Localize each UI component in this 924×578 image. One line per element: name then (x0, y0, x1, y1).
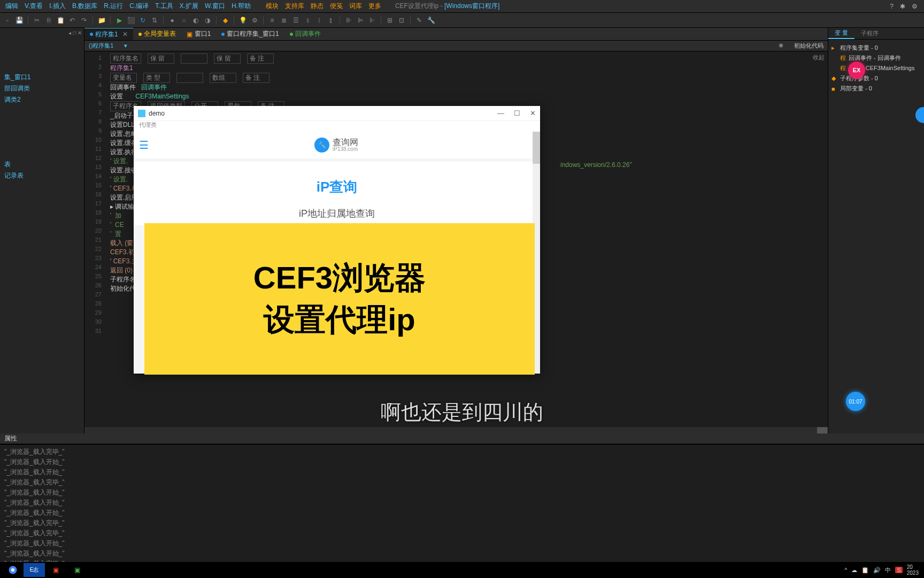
menu-database[interactable]: B.数据库 (69, 2, 101, 11)
align5-icon[interactable]: ⫶ (315, 16, 324, 25)
tab-window1[interactable]: ▣窗口1 (181, 28, 217, 40)
align4-icon[interactable]: ⫴ (303, 16, 312, 25)
wand-icon[interactable]: ✎ (415, 16, 424, 25)
restart-icon[interactable]: ↻ (138, 16, 147, 25)
tab-programset1[interactable]: 程序集1✕ (84, 28, 133, 40)
tab-subprograms[interactable]: 子程序 (854, 28, 885, 39)
tree-item[interactable]: 记录表 (2, 170, 82, 181)
tray-cloud-icon[interactable]: ☁ (851, 567, 857, 574)
align2-icon[interactable]: ≣ (280, 16, 288, 25)
compile-icon[interactable]: ◆ (221, 16, 229, 25)
right-panel: 变 量 子程序 ▸程序集变量 - 0程回调事件 - 回调事件程设置 - CEF3… (828, 28, 924, 434)
save-icon[interactable]: 💾 (15, 16, 24, 25)
menu-more[interactable]: 更多 (365, 2, 384, 11)
grid2-icon[interactable]: ⊡ (397, 16, 406, 25)
editor-tabs: 程序集1✕ 全局变量表 ▣窗口1 窗口程序集_窗口1 回调事件 (84, 28, 828, 41)
output-panel[interactable]: "_浏览器_载入完毕_""_浏览器_载入开始_""_浏览器_载入开始_""_浏览… (0, 444, 924, 562)
tree-item[interactable]: 部回调类 (2, 83, 82, 94)
taskbar-app4[interactable]: ▣ (66, 563, 88, 577)
bp3-icon[interactable]: ◐ (191, 16, 200, 25)
star-icon[interactable]: ✱ (779, 42, 783, 49)
menu-notes[interactable]: 便笺 (327, 2, 346, 11)
menu-tools[interactable]: T.工具 (152, 2, 176, 11)
settings-icon[interactable]: ⚙ (912, 3, 918, 10)
menu-window[interactable]: W.窗口 (202, 2, 228, 11)
undo-icon[interactable]: ↶ (68, 16, 76, 25)
tray-s-icon[interactable]: S (895, 567, 902, 573)
breakpoint-icon[interactable]: ● (168, 16, 176, 25)
menu-view[interactable]: V.查看 (21, 2, 46, 11)
menu-compile[interactable]: C.编译 (126, 2, 152, 11)
tree-item[interactable]: 程回调事件 - 回调事件 (831, 53, 921, 63)
menu-dict[interactable]: 词库 (346, 2, 365, 11)
align1-icon[interactable]: ≡ (268, 16, 276, 25)
align6-icon[interactable]: ⫿ (327, 16, 335, 25)
hamburger-icon[interactable]: ☰ (139, 139, 149, 151)
star-icon[interactable]: ✱ (900, 3, 905, 10)
taskbar-chrome[interactable] (2, 563, 24, 577)
tree-item[interactable]: 表 (2, 159, 82, 170)
demo-titlebar[interactable]: demo — ☐ ✕ (134, 106, 540, 121)
overlay-line2: 设置代理ip (264, 299, 415, 341)
tab-variables[interactable]: 变 量 (828, 28, 854, 39)
taskbar-app2[interactable]: E志 (24, 563, 45, 577)
align3-icon[interactable]: ☰ (291, 16, 300, 25)
tray-ime-icon[interactable]: 中 (885, 566, 891, 574)
breadcrumb-left[interactable]: ()程序集1 (89, 42, 113, 50)
redo-icon[interactable]: ↷ (80, 16, 88, 25)
site-logo[interactable]: 🔧 查询网 iP138.com (314, 138, 358, 153)
time-badge[interactable]: 01:07 (846, 392, 865, 411)
maximize-button[interactable]: ☐ (514, 109, 520, 117)
bp2-icon[interactable]: ○ (180, 16, 188, 25)
chevron-down-icon[interactable]: ▾ (124, 42, 127, 49)
taskbar-app3[interactable]: ▣ (45, 563, 66, 577)
run-icon[interactable]: ▶ (115, 16, 124, 25)
menu-static[interactable]: 静态 (307, 2, 327, 11)
properties-header[interactable]: 属性 (0, 434, 924, 444)
tray-clip-icon[interactable]: 📋 (861, 567, 869, 574)
menu-extend[interactable]: X.扩展 (176, 2, 202, 11)
help-icon[interactable]: ? (890, 3, 894, 10)
tree-item[interactable]: 集_窗口1 (2, 72, 82, 83)
menu-run[interactable]: R.运行 (101, 2, 126, 11)
dist1-icon[interactable]: ⊪ (344, 16, 353, 25)
tab-winprogset[interactable]: 窗口程序集_窗口1 (216, 28, 284, 40)
tab-globalvars[interactable]: 全局变量表 (133, 28, 181, 40)
minimize-button[interactable]: — (497, 109, 504, 117)
tab-callback[interactable]: 回调事件 (284, 28, 326, 40)
cut-icon[interactable]: ✂ (33, 16, 41, 25)
menu-support[interactable]: 支持库 (282, 2, 307, 11)
menu-edit[interactable]: 编辑 (2, 2, 21, 11)
dist3-icon[interactable]: ⊩ (368, 16, 376, 25)
menu-insert[interactable]: I.插入 (46, 2, 69, 11)
menu-module[interactable]: 模块 (263, 2, 282, 11)
tray-expand-icon[interactable]: ^ (844, 567, 847, 573)
panel-header-controls[interactable]: ◂ □ ✕ (0, 28, 84, 37)
log-line: "_浏览器_载入开始_" (4, 538, 920, 549)
new-file-icon[interactable]: ▫ (3, 16, 12, 25)
grid1-icon[interactable]: ⊞ (386, 16, 394, 25)
paste-icon[interactable]: 📋 (56, 16, 65, 25)
bp4-icon[interactable]: ◑ (203, 16, 212, 25)
close-icon[interactable]: ✕ (122, 31, 128, 38)
bulb-icon[interactable]: 💡 (238, 16, 247, 25)
horizontal-scrollbar[interactable] (84, 427, 828, 434)
folder-icon[interactable]: 📁 (97, 16, 106, 25)
menu-help[interactable]: H.帮助 (228, 2, 254, 11)
init-code-label[interactable]: 初始化代码 (794, 42, 823, 50)
tree-item[interactable]: 程设置 - CEF3MainSettings (831, 63, 921, 73)
tree-item[interactable]: 调类2 (2, 94, 82, 105)
tree-item[interactable]: ◆子程序参数 - 0 (831, 73, 921, 83)
gear-icon[interactable]: ⚙ (250, 16, 259, 25)
step-icon[interactable]: ⇅ (150, 16, 159, 25)
tray-volume-icon[interactable]: 🔊 (873, 567, 881, 574)
tree-item[interactable]: ■局部变量 - 0 (831, 83, 921, 94)
tray-time[interactable]: 202023 (907, 564, 919, 576)
copy-icon[interactable]: ⎘ (44, 16, 53, 25)
dist2-icon[interactable]: ⊫ (356, 16, 365, 25)
close-button[interactable]: ✕ (530, 109, 536, 117)
tree-item[interactable]: ▸程序集变量 - 0 (831, 43, 921, 53)
stop-icon[interactable]: ⬛ (127, 16, 135, 25)
wrench-icon[interactable]: 🔧 (427, 16, 435, 25)
log-line: "_浏览器_载入开始_" (4, 498, 920, 508)
